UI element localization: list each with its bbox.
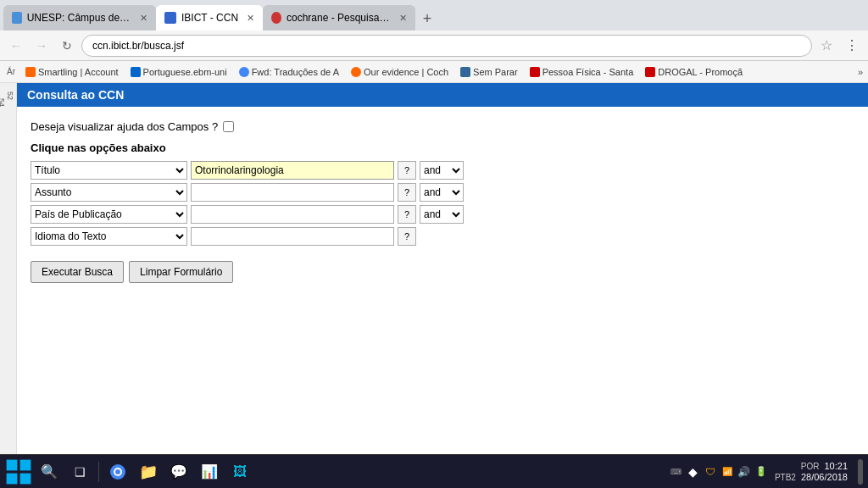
forward-button[interactable]: →	[31, 35, 53, 57]
section-label: Clique nas opções abaixo	[31, 141, 854, 154]
browser-body: 52 54 58 60 Consulta ao CCN Deseja visua…	[0, 83, 868, 454]
help-checkbox[interactable]	[223, 121, 234, 132]
taskbar-right: ⌨ ◆ 🛡 📶 🔊 🔋 POR 10:21 PTB2 28/06/2018	[670, 459, 863, 485]
bookmarks-bar: Ár Smartling | Account Portuguese.ebm-un…	[0, 61, 868, 83]
titulo-input[interactable]	[191, 161, 394, 180]
assunto-input[interactable]	[191, 183, 394, 202]
page-header: Consulta ao CCN	[17, 83, 868, 107]
volume-icon[interactable]: 🔊	[737, 465, 751, 479]
taskbar-chrome[interactable]	[104, 458, 131, 485]
pais-help-button[interactable]: ?	[398, 205, 416, 224]
page-content: Deseja visualizar ajuda dos Campos ? Cli…	[17, 115, 868, 288]
help-text: Deseja visualizar ajuda dos Campos ?	[31, 120, 218, 133]
bookmark-pessoa-fisica[interactable]: Pessoa Física - Santa	[526, 65, 637, 79]
bookmarks-more[interactable]: »	[858, 67, 863, 77]
titulo-help-button[interactable]: ?	[398, 161, 416, 180]
tab-cochrane-close[interactable]: ✕	[399, 13, 407, 24]
pessoa-fisica-favicon	[530, 67, 540, 77]
network-icon[interactable]: 📶	[721, 465, 734, 479]
tab-unesp[interactable]: UNESP: Câmpus de Botu... ✕	[3, 5, 156, 30]
bookmarks-label: Ár	[5, 67, 17, 76]
taskbar: 🔍 ❑ 📁 💬 📊 🖼 ⌨ ◆ 🛡 📶 🔊 🔋	[0, 454, 868, 488]
field-select-pais[interactable]: País de Publicação Título Assunto Idioma…	[31, 205, 187, 224]
taskbar-skype[interactable]: 💬	[165, 458, 192, 485]
show-desktop-button[interactable]	[858, 459, 863, 485]
back-button[interactable]: ←	[5, 35, 27, 57]
pais-input[interactable]	[191, 205, 394, 224]
layout-label: PTB2	[775, 473, 796, 482]
pais-and-select[interactable]: and or not	[420, 205, 464, 224]
svg-rect-2	[7, 473, 18, 484]
help-line: Deseja visualizar ajuda dos Campos ?	[31, 120, 854, 133]
idioma-input[interactable]	[191, 227, 394, 246]
field-select-titulo[interactable]: Título Assunto País de Publicação Idioma…	[31, 161, 187, 180]
bookmark-drogal[interactable]: DROGAL - Promoçã	[642, 65, 746, 79]
new-tab-button[interactable]: +	[415, 7, 439, 30]
svg-rect-3	[20, 473, 31, 484]
left-strip-numbers: 52 54 58 60	[0, 83, 16, 108]
task-view-icon[interactable]: ❑	[66, 458, 93, 485]
search-taskbar-icon[interactable]: 🔍	[36, 458, 63, 485]
windows-icon	[5, 458, 32, 485]
time-display: 10:21	[824, 461, 848, 471]
keyboard-icon[interactable]: ⌨	[670, 465, 683, 479]
search-form: Título Assunto País de Publicação Idioma…	[31, 161, 854, 283]
tab-unesp-close[interactable]: ✕	[140, 13, 147, 24]
assunto-help-button[interactable]: ?	[398, 183, 416, 202]
tab-ibict-label: IBICT - CCN	[181, 12, 238, 24]
bookmark-star[interactable]: ☆	[815, 35, 837, 57]
taskbar-powerpoint[interactable]: 📊	[196, 458, 223, 485]
left-strip: 52 54 58 60	[0, 83, 17, 454]
battery-icon[interactable]: 🔋	[754, 465, 768, 479]
clock-area: POR 10:21 PTB2 28/06/2018	[775, 461, 848, 482]
smartling-favicon	[25, 67, 36, 77]
idioma-help-button[interactable]: ?	[398, 227, 416, 246]
form-row-titulo: Título Assunto País de Publicação Idioma…	[31, 161, 854, 180]
address-input[interactable]	[92, 40, 801, 52]
bookmark-portuguese-label: Portuguese.ebm-uni	[143, 67, 227, 77]
search-button[interactable]: Executar Busca	[31, 261, 124, 283]
start-button[interactable]	[5, 458, 32, 485]
tab-unesp-label: UNESP: Câmpus de Botu...	[27, 12, 131, 24]
tab-bar: UNESP: Câmpus de Botu... ✕ IBICT - CCN ✕…	[0, 0, 868, 30]
dropbox-icon[interactable]: ◆	[687, 465, 700, 479]
unesp-favicon	[12, 12, 22, 24]
address-bar[interactable]	[81, 35, 812, 57]
form-row-assunto: Assunto Título País de Publicação Idioma…	[31, 183, 854, 202]
tab-ibict-close[interactable]: ✕	[247, 13, 254, 24]
tab-ibict[interactable]: IBICT - CCN ✕	[156, 5, 263, 30]
address-bar-row: ← → ↻ ☆ ⋮	[0, 30, 868, 61]
svg-rect-0	[7, 459, 18, 470]
refresh-button[interactable]: ↻	[56, 35, 78, 57]
field-select-assunto[interactable]: Assunto Título País de Publicação Idioma…	[31, 183, 187, 202]
sys-icons: ⌨ ◆ 🛡 📶 🔊 🔋	[670, 465, 768, 479]
bookmark-smartling-label: Smartling | Account	[38, 67, 119, 77]
bookmark-portuguese[interactable]: Portuguese.ebm-uni	[127, 65, 231, 79]
chrome-taskbar-icon	[109, 463, 126, 480]
bookmark-our-evidence[interactable]: Our evidence | Coch	[348, 65, 452, 79]
tab-cochrane[interactable]: cochrane - Pesquisa Goo... ✕	[263, 5, 415, 30]
ibict-favicon	[164, 12, 176, 24]
taskbar-photos[interactable]: 🖼	[226, 458, 253, 485]
page-title: Consulta ao CCN	[27, 88, 124, 102]
form-row-pais: País de Publicação Título Assunto Idioma…	[31, 205, 854, 224]
antivirus-icon[interactable]: 🛡	[704, 465, 717, 479]
bookmark-drogal-label: DROGAL - Promoçã	[658, 67, 743, 77]
assunto-and-select[interactable]: and or not	[420, 183, 464, 202]
clear-button[interactable]: Limpar Formulário	[129, 261, 233, 283]
taskbar-explorer[interactable]: 📁	[135, 458, 162, 485]
titulo-and-select[interactable]: and or not	[420, 161, 464, 180]
cochrane-favicon	[271, 12, 281, 24]
taskbar-separator-1	[98, 462, 99, 482]
svg-point-6	[115, 469, 120, 474]
drogal-favicon	[645, 67, 655, 77]
field-select-idioma[interactable]: Idioma do Texto Título Assunto País de P…	[31, 227, 187, 246]
bookmark-smartling[interactable]: Smartling | Account	[22, 65, 122, 79]
svg-rect-1	[20, 459, 31, 470]
browser-menu[interactable]: ⋮	[841, 35, 863, 57]
bookmark-fwd-label: Fwd: Traduções de A	[252, 67, 339, 77]
bookmark-fwd[interactable]: Fwd: Traduções de A	[236, 65, 342, 79]
action-row: Executar Busca Limpar Formulário	[31, 261, 854, 283]
form-row-idioma: Idioma do Texto Título Assunto País de P…	[31, 227, 854, 246]
bookmark-sem-parar[interactable]: Sem Parar	[457, 65, 521, 79]
